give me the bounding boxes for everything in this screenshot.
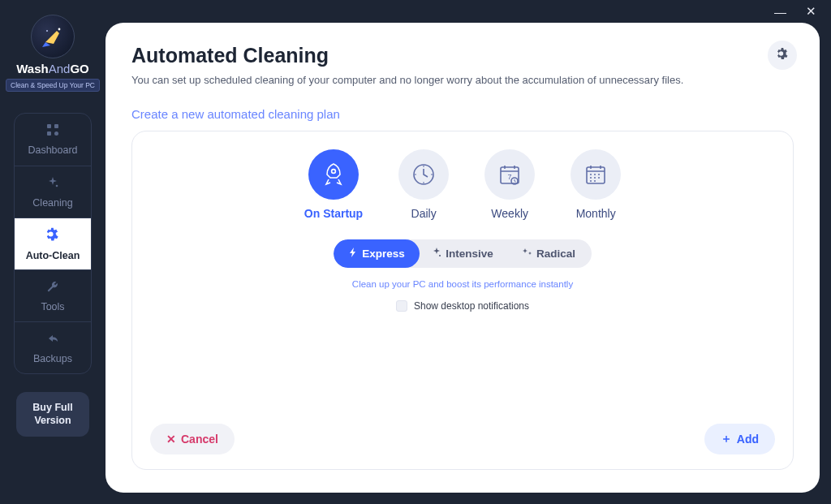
sidebar-item-label: Backups [33, 353, 72, 364]
cleaning-plan-panel: On Startup Daily 7 Weekly Monthly Expres… [131, 131, 794, 470]
bolt-icon [348, 248, 358, 260]
sidebar-item-tools[interactable]: Tools [15, 269, 91, 321]
sidebar-item-label: Dashboard [28, 144, 77, 156]
sidebar-item-auto-clean[interactable]: Auto-Clean [15, 218, 91, 269]
logo-text-go: GO [70, 62, 88, 75]
notifications-row: Show desktop notifications [150, 300, 775, 312]
logo-icon [31, 15, 75, 58]
button-label: Cancel [181, 433, 218, 446]
cancel-button[interactable]: ✕ Cancel [150, 424, 235, 454]
page-title: Automated Cleaning [131, 44, 794, 67]
button-label: Add [737, 433, 759, 446]
mode-selector: Express Intensive Radical [334, 239, 592, 268]
close-button[interactable]: ✕ [806, 4, 816, 19]
frequency-label: On Startup [304, 207, 363, 220]
wrench-icon [46, 280, 59, 297]
gear-icon [776, 47, 789, 63]
sidebar-item-cleaning[interactable]: Cleaning [15, 166, 91, 218]
sidebar-item-dashboard[interactable]: Dashboard [15, 114, 91, 166]
logo-text-wash: Wash [16, 62, 48, 75]
minimize-button[interactable]: — [774, 5, 786, 19]
mode-label: Express [362, 248, 405, 260]
mode-intensive[interactable]: Intensive [420, 239, 506, 268]
frequency-monthly[interactable]: Monthly [571, 149, 621, 220]
mode-label: Radical [536, 248, 575, 260]
mode-radical[interactable]: Radical [506, 239, 592, 268]
svg-point-0 [58, 28, 61, 31]
notifications-checkbox[interactable] [396, 300, 407, 312]
sidebar-item-label: Tools [41, 301, 64, 312]
sidebar: WashAndGO Clean & Speed Up Your PC Dashb… [0, 0, 105, 504]
app-logo: WashAndGO Clean & Speed Up Your PC [6, 15, 100, 92]
clock-icon [398, 149, 449, 200]
sparkle-icon [432, 248, 441, 260]
frequency-label: Daily [411, 207, 437, 220]
section-title: Create a new automated cleaning plan [131, 107, 794, 121]
frequency-label: Monthly [576, 207, 616, 220]
frequency-row: On Startup Daily 7 Weekly Monthly [150, 149, 775, 220]
svg-rect-3 [54, 124, 58, 128]
frequency-label: Weekly [491, 207, 528, 220]
double-sparkle-icon [522, 248, 532, 260]
svg-point-5 [54, 131, 58, 136]
grid-icon [46, 123, 59, 140]
sidebar-item-label: Cleaning [32, 197, 72, 209]
plus-icon: ＋ [721, 432, 732, 446]
undo-icon [46, 332, 59, 349]
buy-full-version-button[interactable]: Buy Full Version [16, 392, 89, 437]
svg-point-6 [56, 184, 58, 187]
svg-rect-4 [47, 131, 51, 136]
gear-icon [45, 227, 60, 246]
calendar-week-icon: 7 [484, 149, 535, 200]
frequency-daily[interactable]: Daily [398, 149, 449, 220]
frequency-weekly[interactable]: 7 Weekly [484, 149, 535, 220]
logo-tagline: Clean & Speed Up Your PC [6, 79, 100, 92]
sidebar-item-label: Auto-Clean [26, 250, 80, 261]
frequency-on-startup[interactable]: On Startup [304, 149, 363, 220]
mode-express[interactable]: Express [334, 239, 420, 268]
svg-point-7 [332, 170, 336, 174]
calendar-month-icon [571, 149, 621, 200]
close-icon: ✕ [166, 433, 176, 446]
mode-label: Intensive [446, 248, 493, 260]
sidebar-item-backups[interactable]: Backups [15, 321, 91, 373]
page-subtitle: You can set up scheduled cleaning of you… [131, 74, 794, 86]
rocket-icon [308, 149, 359, 200]
sparkle-icon [46, 176, 59, 193]
svg-point-1 [46, 30, 48, 32]
mode-hint: Clean up your PC and boost its performan… [150, 279, 775, 289]
svg-point-13 [439, 255, 441, 256]
svg-rect-2 [47, 124, 51, 128]
add-button[interactable]: ＋ Add [704, 424, 775, 454]
settings-button[interactable] [768, 41, 797, 70]
logo-text-and: And [49, 62, 71, 75]
nav: Dashboard Cleaning Auto-Clean Tools Back… [14, 113, 92, 374]
main-panel: Automated Cleaning You can set up schedu… [105, 23, 820, 493]
notifications-label: Show desktop notifications [414, 300, 529, 312]
